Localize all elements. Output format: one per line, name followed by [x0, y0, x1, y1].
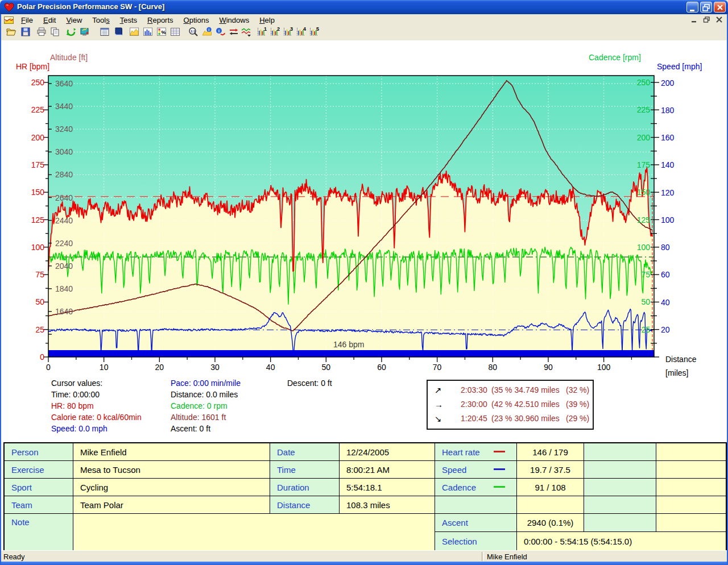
svg-text:25: 25	[641, 325, 650, 334]
selection-band[interactable]	[48, 350, 654, 357]
empty-cell	[517, 496, 584, 514]
svg-text:i: i	[218, 28, 220, 34]
toolbar-day-1-button[interactable]: 1	[256, 26, 269, 39]
empty-cell	[656, 496, 726, 514]
cursor-cadence: Cadence: 0 rpm	[171, 401, 228, 410]
hr-axis-title: HR [bpm]	[16, 62, 49, 71]
cursor-distance: Distance: 0.0 miles	[171, 390, 238, 399]
hr-average-annotation: 146 bpm	[333, 340, 364, 349]
menu-file[interactable]: File	[16, 15, 38, 26]
svg-text:150: 150	[31, 188, 45, 197]
exercise-info-table: Person Mike Enfield Date 12/24/2005 Hear…	[3, 442, 727, 551]
heart-rate-label-cell: Heart rate	[435, 443, 517, 461]
close-button[interactable]	[714, 2, 726, 13]
flat-arrow-icon: →	[435, 400, 443, 409]
person-label-cell: Person	[5, 443, 73, 461]
svg-text:100: 100	[661, 215, 675, 225]
svg-text:2440: 2440	[55, 216, 73, 225]
svg-text:10: 10	[100, 363, 109, 372]
empty-cell	[656, 461, 726, 479]
toolbar-print-button[interactable]	[36, 26, 49, 39]
svg-text:1640: 1640	[55, 307, 73, 316]
toolbar-save-button[interactable]	[20, 26, 33, 39]
window-frame-left	[0, 14, 1, 565]
svg-text:4: 4	[303, 26, 306, 32]
note-value-cell[interactable]	[73, 514, 435, 550]
toolbar-day-4-button[interactable]: 4	[295, 26, 308, 39]
toolbar-multi-curve-button[interactable]	[241, 26, 254, 39]
menu-edit[interactable]: Edit	[38, 15, 61, 26]
svg-text:50: 50	[35, 297, 44, 306]
svg-text:20: 20	[155, 363, 164, 372]
svg-text:3240: 3240	[55, 124, 73, 134]
sport-value-cell: Cycling	[73, 479, 270, 496]
toolbar-day-2-button[interactable]: 2	[269, 26, 282, 39]
svg-text:2040: 2040	[55, 261, 73, 271]
day-1-icon: 1	[256, 26, 267, 38]
minimize-button[interactable]	[686, 2, 698, 13]
svg-text:200: 200	[31, 133, 45, 142]
info-arrow-icon: i	[215, 26, 226, 38]
toolbar-open-button[interactable]	[6, 26, 19, 39]
toolbar-info-arrow-button[interactable]: i	[215, 26, 228, 39]
app-heart-icon	[4, 2, 14, 13]
menu-view[interactable]: View	[61, 15, 87, 26]
svg-text:2640: 2640	[55, 193, 73, 202]
exercise-curve-chart[interactable]: 146 bpm025507510012515017520022525036403…	[0, 40, 728, 438]
mdi-restore-button[interactable]	[703, 16, 711, 23]
menu-tests[interactable]: Tests	[115, 15, 142, 26]
svg-text:3040: 3040	[55, 147, 73, 156]
toolbar-zoom-1to1-button[interactable]: 1:1	[188, 26, 201, 39]
svg-text:20: 20	[661, 325, 670, 334]
toolbar-diary-button[interactable]	[113, 26, 126, 39]
calendar-icon	[99, 26, 110, 38]
menu-tools[interactable]: Tools	[87, 15, 114, 26]
curve-window-icon[interactable]	[4, 16, 14, 24]
toolbar-percent-view-button[interactable]: %	[156, 26, 169, 39]
print-icon	[36, 26, 47, 38]
mdi-window-controls	[690, 16, 723, 23]
diary-icon	[113, 26, 124, 38]
status-message: Ready	[3, 552, 25, 561]
refresh-icon	[65, 26, 77, 38]
selection-summary-box: ↗ 2:03:30 (35 % 34.749 miles (32 %) → 2:…	[427, 380, 594, 430]
empty-cell	[584, 496, 656, 514]
toolbar-curve-view-button[interactable]	[129, 26, 142, 39]
menu-options[interactable]: Options	[179, 15, 214, 26]
toolbar-transfer-button[interactable]	[79, 26, 92, 39]
menu-help[interactable]: Help	[254, 15, 280, 26]
team-label-cell: Team	[5, 496, 73, 514]
toolbar-table-view-button[interactable]	[169, 26, 183, 39]
toolbar-histogram-view-button[interactable]	[142, 26, 155, 39]
cadence-legend-dash	[494, 486, 505, 488]
day-2-icon: 2	[269, 26, 280, 38]
svg-text:100: 100	[31, 243, 45, 252]
speed-value-cell: 19.7 / 37.5	[517, 461, 584, 479]
x-axis-title: Distance	[665, 355, 696, 364]
svg-text:250: 250	[637, 78, 651, 87]
toolbar-calendar-button[interactable]	[99, 26, 112, 39]
distance-label-cell: Distance	[270, 496, 340, 514]
menu-reports[interactable]: Reports	[142, 15, 179, 26]
restore-button[interactable]	[700, 2, 712, 13]
cadence-label-cell: Cadence	[435, 479, 517, 496]
mdi-minimize-button[interactable]	[690, 16, 698, 23]
toolbar-copy-button[interactable]	[49, 26, 63, 39]
cursor-pace: Pace: 0:00 min/mile	[171, 379, 241, 388]
toolbar-refresh-button[interactable]	[65, 26, 78, 39]
menu-windows[interactable]: Windows	[214, 15, 254, 26]
toolbar-day-3-button[interactable]: 3	[282, 26, 295, 39]
svg-text:150: 150	[637, 188, 651, 197]
mdi-close-button[interactable]	[715, 16, 723, 23]
svg-text:3640: 3640	[55, 79, 73, 88]
svg-text:200: 200	[661, 78, 675, 88]
toolbar-curve-info-button[interactable]: i	[201, 26, 214, 39]
svg-text:90: 90	[544, 363, 553, 372]
toolbar-day-5-button[interactable]: 5	[308, 26, 321, 39]
svg-text:2840: 2840	[55, 170, 73, 179]
svg-text:225: 225	[637, 105, 651, 114]
ascending-arrow-icon: ↗	[435, 385, 442, 396]
toolbar-swap-button[interactable]	[228, 26, 241, 39]
zoom-1to1-icon: 1:1	[188, 26, 199, 38]
x-axis-unit: [miles]	[665, 368, 688, 377]
